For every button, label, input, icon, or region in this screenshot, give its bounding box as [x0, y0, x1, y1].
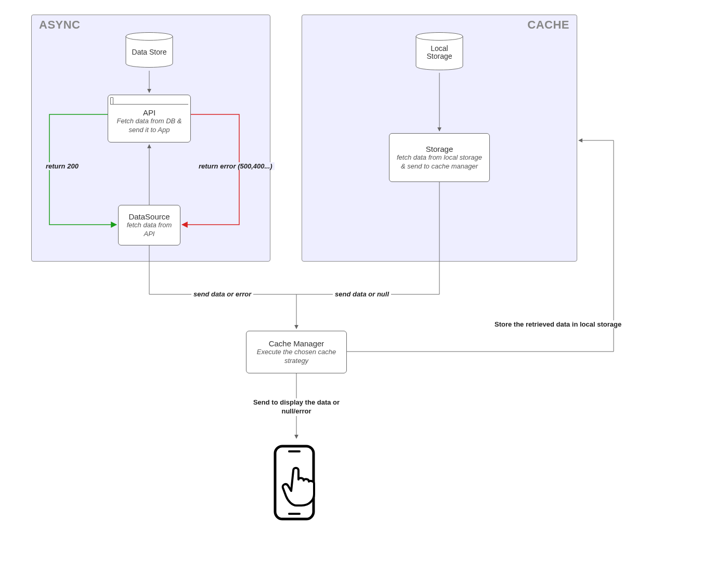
api-title: API: [113, 108, 185, 117]
storage-box: Storage fetch data from local storage & …: [389, 133, 490, 182]
data-store-label: Data Store: [127, 48, 171, 56]
cache-manager-box: Cache Manager Execute the chosen cache s…: [246, 331, 347, 373]
datasource-title: DataSource: [124, 212, 175, 221]
api-subtitle: Fetch data from DB & send it to App: [113, 117, 185, 134]
label-store-retrieved: Store the retrieved data in local storag…: [492, 320, 623, 328]
label-return-200: return 200: [44, 162, 81, 170]
cache-label: CACHE: [527, 18, 569, 32]
storage-title: Storage: [395, 145, 484, 153]
datasource-subtitle: fetch data from API: [124, 221, 175, 238]
label-return-error: return error (500,400...): [197, 162, 275, 170]
cache-manager-title: Cache Manager: [252, 339, 341, 348]
phone-touch-icon: [267, 442, 326, 530]
local-storage-label: Local Storage: [418, 45, 461, 61]
label-send-to-display: Send to display the data or null/error: [249, 398, 344, 416]
label-send-data-or-error: send data or error: [191, 290, 253, 298]
cache-manager-subtitle: Execute the chosen cache strategy: [252, 348, 341, 365]
label-send-data-or-null: send data or null: [333, 290, 391, 298]
api-box: API Fetch data from DB & send it to App: [108, 95, 191, 142]
storage-subtitle: fetch data from local storage & send to …: [395, 153, 484, 171]
async-label: ASYNC: [39, 18, 81, 32]
datasource-box: DataSource fetch data from API: [118, 205, 180, 245]
